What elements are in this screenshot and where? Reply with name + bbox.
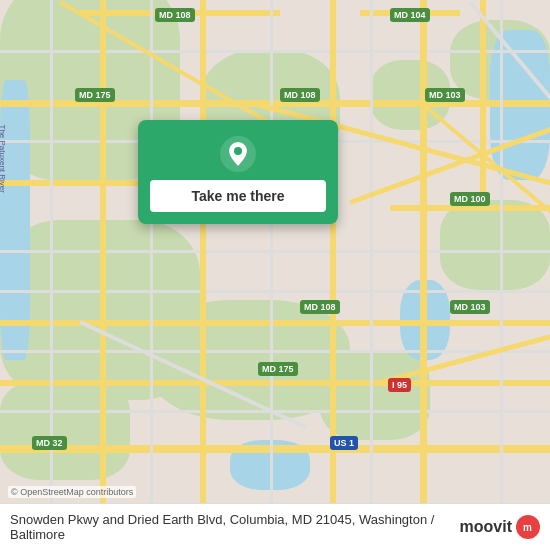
shield-md175-2: MD 175 xyxy=(258,362,298,376)
shield-md108-2: MD 108 xyxy=(280,88,320,102)
map-popup: Take me there xyxy=(138,120,338,224)
map-container: MD 108 MD 104 MD 175 MD 108 MD 103 MD 1 … xyxy=(0,0,550,550)
road-v-md103 xyxy=(480,0,486,200)
road-v-i95 xyxy=(420,0,427,550)
shield-md100: MD 100 xyxy=(450,192,490,206)
address-text: Snowden Pkwy and Dried Earth Blvd, Colum… xyxy=(10,512,452,542)
location-pin-icon xyxy=(220,136,256,172)
park-area xyxy=(0,380,130,480)
svg-text:m: m xyxy=(523,522,532,533)
minor-road xyxy=(0,350,550,353)
shield-md104: MD 104 xyxy=(390,8,430,22)
shield-md32: MD 32 xyxy=(32,436,67,450)
road-md175-2 xyxy=(0,380,550,386)
minor-road xyxy=(0,50,550,53)
road-v-3 xyxy=(330,0,336,550)
shield-md103: MD 103 xyxy=(425,88,465,102)
road-v-md175 xyxy=(100,0,106,550)
take-me-there-button[interactable]: Take me there xyxy=(150,180,326,212)
minor-road xyxy=(0,250,550,253)
minor-road-v xyxy=(370,0,373,550)
map-attribution: © OpenStreetMap contributors xyxy=(8,486,136,498)
shield-md175: MD 175 xyxy=(75,88,115,102)
minor-road-v xyxy=(50,0,53,550)
minor-road xyxy=(0,290,550,293)
river xyxy=(0,80,30,360)
svg-point-1 xyxy=(234,147,242,155)
shield-i95: I 95 xyxy=(388,378,411,392)
road-md32 xyxy=(0,445,550,453)
moovit-dot-icon: m xyxy=(516,515,540,539)
shield-us1: US 1 xyxy=(330,436,358,450)
moovit-logo: moovit m xyxy=(460,515,540,539)
bottom-bar: Snowden Pkwy and Dried Earth Blvd, Colum… xyxy=(0,503,550,550)
minor-road-v xyxy=(150,0,153,550)
shield-md108-top: MD 108 xyxy=(155,8,195,22)
moovit-text: moovit xyxy=(460,518,512,536)
minor-road-v xyxy=(500,0,503,550)
park-area xyxy=(440,200,550,290)
shield-md103-2: MD 103 xyxy=(450,300,490,314)
shield-md108-3: MD 108 xyxy=(300,300,340,314)
park-area xyxy=(320,350,430,440)
minor-road-v xyxy=(270,0,273,550)
moovit-m-icon: m xyxy=(521,520,535,534)
river-label: The Patuxent River xyxy=(0,125,7,193)
